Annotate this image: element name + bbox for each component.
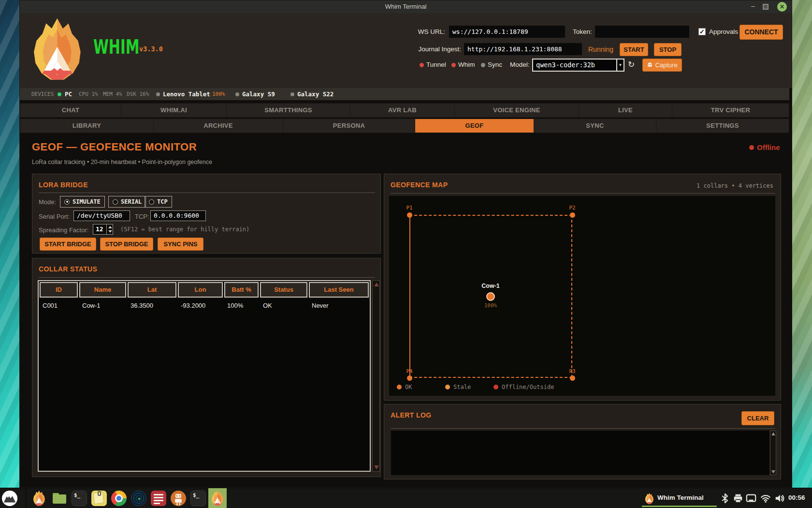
clear-button[interactable]: CLEAR: [741, 411, 774, 425]
col-last-seen[interactable]: Last Seen: [309, 282, 369, 298]
vertex-p4[interactable]: [407, 375, 412, 381]
tab-archive[interactable]: ARCHIVE: [153, 119, 283, 133]
wifi-icon[interactable]: [760, 493, 771, 504]
start-button[interactable]: START: [620, 43, 648, 56]
terminal-icon[interactable]: $_: [72, 491, 87, 506]
whim-app-icon[interactable]: [32, 491, 46, 506]
tab-trv-cipher[interactable]: TRV CIPHER: [672, 103, 789, 118]
refresh-icon[interactable]: ↻: [628, 60, 635, 70]
spreading-factor-stepper[interactable]: 12: [93, 224, 113, 235]
tab-smartthings[interactable]: SMARTTHINGS: [226, 103, 350, 118]
stop-button[interactable]: STOP: [654, 43, 682, 56]
sync-pins-button[interactable]: SYNC PINS: [158, 238, 203, 251]
map-canvas[interactable]: P1 P2 P3 P4 Cow-1 100% OK Stale Offline/…: [389, 196, 775, 396]
alert-log-panel: ALERT LOG CLEAR: [384, 404, 781, 479]
tab-chat[interactable]: CHAT: [20, 103, 121, 118]
tab-live[interactable]: LIVE: [579, 103, 672, 118]
col-status[interactable]: Status: [260, 282, 307, 298]
device-galaxy-s9[interactable]: Galaxy S9: [242, 88, 275, 100]
active-task-label[interactable]: Whim Terminal: [657, 494, 704, 501]
stop-bridge-button[interactable]: STOP BRIDGE: [100, 238, 153, 251]
tcp-input[interactable]: 0.0.0.0:9600: [150, 210, 206, 221]
volume-icon[interactable]: [774, 493, 785, 504]
scroll-down-icon[interactable]: [771, 470, 775, 474]
whim-active-icon[interactable]: [210, 491, 225, 506]
tab-avr-lab[interactable]: AVR LAB: [350, 103, 454, 118]
chrome-icon[interactable]: [111, 491, 127, 506]
printer-icon[interactable]: [733, 493, 743, 504]
pc-status-dot: [58, 92, 61, 96]
journal-ingest-input[interactable]: http://192.168.1.231:8088: [464, 43, 582, 55]
radio-tcp[interactable]: TCP: [145, 196, 172, 208]
offline-dot: [749, 145, 754, 150]
tab-persona[interactable]: PERSONA: [283, 119, 415, 133]
close-button[interactable]: ✕: [777, 2, 787, 12]
down-arrow-icon[interactable]: [108, 230, 112, 233]
scroll-up-icon[interactable]: [374, 283, 379, 286]
collar-table-header: ID Name Lat Lon Batt % Status Last Seen: [39, 281, 370, 299]
vertex-label-p3: P3: [563, 368, 582, 374]
col-lat[interactable]: Lat: [128, 282, 176, 298]
alert-log-area[interactable]: [391, 431, 769, 475]
col-lon[interactable]: Lon: [178, 282, 223, 298]
device-galaxy-s22[interactable]: Galaxy S22: [297, 88, 334, 100]
tab-library[interactable]: LIBRARY: [20, 119, 153, 133]
brand-version: v3.3.0: [139, 45, 163, 53]
radio-simulate[interactable]: SIMULATE: [60, 196, 105, 208]
tab-geof[interactable]: GEOF: [415, 119, 534, 133]
file-manager-icon[interactable]: [52, 491, 67, 506]
tab-sync[interactable]: SYNC: [534, 119, 656, 133]
task-whim-icon[interactable]: [644, 493, 654, 504]
terminal-icon-2[interactable]: $_: [190, 491, 206, 506]
up-arrow-icon[interactable]: [108, 226, 112, 228]
notes-icon[interactable]: [91, 491, 107, 506]
radar-app-icon[interactable]: [131, 491, 146, 506]
legend-ok-label: OK: [405, 384, 412, 390]
scroll-up-icon[interactable]: [771, 432, 775, 435]
table-row[interactable]: C001 Cow-1 36.3500 -93.2000 100% OK Neve…: [39, 299, 370, 312]
maximize-button[interactable]: [763, 4, 768, 10]
robot-app-icon[interactable]: [171, 491, 186, 506]
alert-log-scrollbar[interactable]: [770, 431, 776, 475]
connect-button[interactable]: CONNECT: [740, 25, 783, 40]
radio-serial[interactable]: SERIAL: [108, 196, 146, 208]
collar-table-scrollbar[interactable]: [372, 280, 380, 472]
device-pc[interactable]: PC: [65, 88, 72, 100]
log-viewer-icon[interactable]: [151, 491, 166, 506]
minimize-button[interactable]: –: [747, 0, 759, 11]
device-tablet[interactable]: Lenovo Tablet: [163, 88, 210, 100]
vertex-p1[interactable]: [407, 212, 412, 218]
cpu-stat: CPU 1%: [79, 88, 98, 100]
approvals-checkbox[interactable]: ✓: [698, 28, 706, 35]
token-input[interactable]: [595, 26, 689, 38]
vertex-p2[interactable]: [570, 212, 575, 218]
model-dropdown[interactable]: qwen3-coder:32b ▼: [532, 59, 624, 72]
active-task-underline: [642, 506, 717, 507]
journal-status: Running: [588, 43, 613, 56]
page-subtitle: LoRa collar tracking • 20-min heartbeat …: [32, 159, 212, 165]
serial-port-label: Serial Port:: [39, 213, 70, 220]
vertex-p3[interactable]: [570, 375, 575, 381]
alert-log-title: ALERT LOG: [391, 411, 431, 419]
scroll-down-icon[interactable]: [374, 465, 379, 469]
bluetooth-icon[interactable]: [720, 493, 730, 504]
collar-marker[interactable]: [486, 292, 495, 301]
start-menu-button[interactable]: [1, 490, 18, 507]
tab-settings[interactable]: SETTINGS: [656, 119, 789, 133]
col-name[interactable]: Name: [79, 282, 126, 298]
wallpaper-left: [0, 0, 19, 508]
col-id[interactable]: ID: [40, 282, 78, 298]
stepper-arrows[interactable]: [106, 224, 113, 234]
display-icon[interactable]: [746, 493, 756, 504]
chevron-down-icon[interactable]: ▼: [616, 60, 624, 71]
collar-marker-battery: 100%: [466, 302, 515, 309]
serial-port-input[interactable]: /dev/ttyUSB0: [73, 210, 130, 221]
ws-url-input[interactable]: ws://127.0.0.1:18789: [449, 26, 565, 38]
map-meta: 1 collars • 4 vertices: [696, 182, 773, 189]
capture-button[interactable]: Capture: [642, 59, 682, 72]
tab-voice-engine[interactable]: VOICE ENGINE: [454, 103, 579, 118]
sf-note: (SF12 = best range for hilly terrain): [120, 226, 249, 233]
start-bridge-button[interactable]: START BRIDGE: [40, 238, 96, 251]
tab-whim-ai[interactable]: WHIM.AI: [121, 103, 226, 118]
col-batt[interactable]: Batt %: [224, 282, 259, 298]
